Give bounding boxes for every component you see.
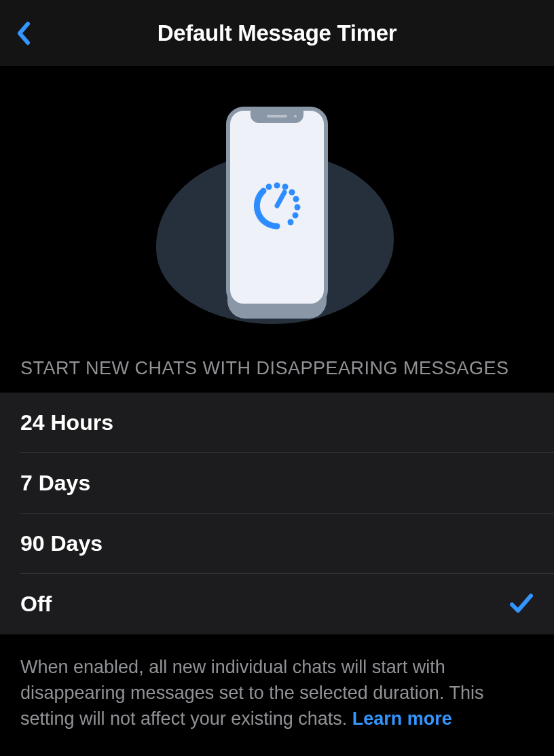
option-24-hours[interactable]: 24 Hours bbox=[0, 393, 554, 453]
option-label: Off bbox=[20, 592, 52, 617]
page-title: Default Message Timer bbox=[0, 20, 554, 46]
svg-point-5 bbox=[295, 204, 301, 211]
svg-point-4 bbox=[293, 196, 299, 202]
svg-point-2 bbox=[282, 184, 289, 190]
svg-point-1 bbox=[274, 183, 280, 189]
svg-point-3 bbox=[289, 190, 295, 196]
svg-point-6 bbox=[293, 213, 299, 219]
svg-point-0 bbox=[266, 184, 272, 190]
checkmark-icon bbox=[509, 592, 534, 617]
section-header: START NEW CHATS WITH DISAPPEARING MESSAG… bbox=[0, 358, 554, 393]
phone-illustration bbox=[226, 107, 328, 310]
timer-icon bbox=[248, 177, 306, 237]
back-button[interactable] bbox=[10, 20, 37, 47]
option-label: 24 Hours bbox=[20, 410, 113, 435]
header-bar: Default Message Timer bbox=[0, 0, 554, 66]
svg-line-8 bbox=[277, 192, 284, 206]
illustration-area bbox=[0, 66, 554, 358]
svg-point-7 bbox=[288, 219, 294, 226]
option-7-days[interactable]: 7 Days bbox=[0, 453, 554, 514]
option-off[interactable]: Off bbox=[0, 574, 554, 634]
footer-description: When enabled, all new individual chats w… bbox=[0, 634, 554, 732]
option-label: 90 Days bbox=[20, 531, 103, 556]
learn-more-link[interactable]: Learn more bbox=[352, 708, 452, 729]
option-90-days[interactable]: 90 Days bbox=[0, 514, 554, 574]
option-label: 7 Days bbox=[20, 471, 90, 496]
back-chevron-icon bbox=[16, 21, 31, 46]
options-list: 24 Hours 7 Days 90 Days Off bbox=[0, 393, 554, 634]
